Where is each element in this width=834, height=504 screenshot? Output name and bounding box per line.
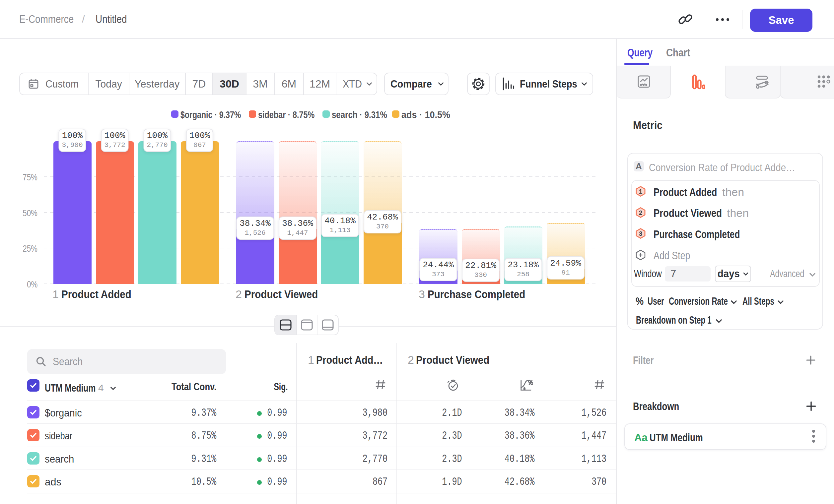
svg-text:2: 2 — [639, 209, 642, 216]
svg-text:3: 3 — [639, 230, 642, 237]
svg-text:1: 1 — [639, 188, 642, 195]
